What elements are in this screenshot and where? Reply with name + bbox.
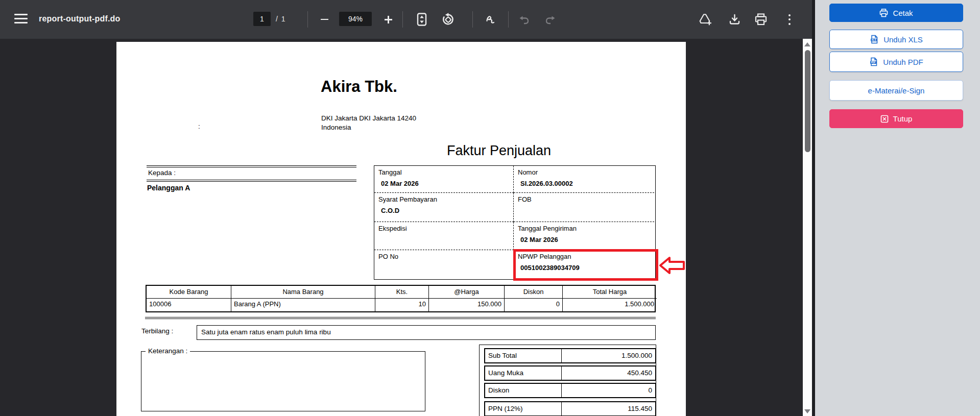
terbilang-label: Terbilang : (141, 327, 173, 335)
unduh-pdf-button[interactable]: PDF Unduh PDF (829, 52, 963, 72)
xls-file-icon: XLS (870, 35, 879, 44)
document-heading: Faktur Penjualan (447, 143, 551, 159)
rotate-icon[interactable] (441, 12, 455, 27)
download-icon[interactable] (727, 12, 742, 27)
menu-icon[interactable] (14, 14, 28, 25)
annotate-icon[interactable] (484, 12, 498, 27)
kepada-label: Kepada : (148, 169, 176, 177)
print-icon[interactable] (754, 12, 768, 27)
summary-row: Sub Total 1.500.000 (484, 348, 656, 363)
red-arrow-icon (659, 256, 685, 275)
kepada-top-line (147, 165, 356, 167)
pdf-file-icon: PDF (869, 57, 878, 66)
undo-icon[interactable] (517, 12, 531, 27)
tutup-button[interactable]: Tutup (829, 109, 963, 128)
toolbar-separator (472, 11, 473, 28)
keterangan-label: Keterangan : (146, 347, 190, 355)
zoom-in-icon[interactable] (381, 12, 395, 27)
pdf-toolbar: report-output-pdf.do 1 / 1 94% (0, 0, 812, 39)
kepada-bottom-line (147, 180, 356, 182)
red-highlight-box (513, 249, 658, 281)
page-count-label: / 1 (276, 15, 285, 23)
toolbar-separator (307, 11, 308, 28)
e-materai-button[interactable]: e-Materai/e-Sign (829, 80, 963, 101)
more-options-icon[interactable] (782, 12, 797, 27)
divider-line (145, 317, 656, 319)
unduh-xls-button[interactable]: XLS Unduh XLS (829, 30, 963, 49)
cetak-button[interactable]: Cetak (829, 4, 963, 22)
terbilang-box: Satu juta enam ratus enam puluh lima rib… (197, 325, 656, 340)
company-address: DKI Jakarta DKI Jakarta 14240 Indonesia (321, 114, 416, 132)
page-number-input[interactable]: 1 (253, 12, 271, 26)
keterangan-box: Keterangan : (141, 351, 425, 411)
action-sidebar: Cetak XLS Unduh XLS PDF Unduh PDF e-Mate… (815, 0, 980, 416)
svg-text:PDF: PDF (871, 61, 876, 64)
fit-page-icon[interactable] (415, 12, 429, 27)
company-name: Akira Tbk. (321, 78, 397, 96)
close-icon (880, 115, 889, 123)
summary-row: PPN (12%) 115.450 (484, 401, 656, 416)
items-table: Kode Barang Nama Barang Kts. @Harga Disk… (146, 285, 656, 312)
printer-icon (879, 9, 888, 17)
zoom-level[interactable]: 94% (339, 12, 372, 26)
summary-row: Diskon 0 (484, 383, 656, 398)
pdf-viewer: report-output-pdf.do 1 / 1 94% (0, 0, 812, 416)
customer-name: Pelanggan A (147, 184, 190, 192)
redo-icon[interactable] (543, 12, 558, 27)
zoom-out-icon[interactable] (317, 12, 331, 27)
scroll-down-icon[interactable] (804, 409, 810, 413)
scrollbar[interactable] (803, 39, 812, 416)
svg-text:XLS: XLS (872, 39, 876, 41)
summary-row: Uang Muka 450.450 (484, 365, 656, 381)
toolbar-separator (402, 11, 403, 28)
document-title: report-output-pdf.do (39, 14, 121, 23)
drive-add-icon[interactable] (698, 12, 712, 27)
toolbar-separator (508, 11, 509, 28)
scrollbar-thumb[interactable] (805, 50, 810, 152)
invoice-page: Akira Tbk. : DKI Jakarta DKI Jakarta 142… (116, 42, 686, 416)
address-colon: : (198, 123, 200, 130)
scroll-up-icon[interactable] (804, 42, 810, 46)
